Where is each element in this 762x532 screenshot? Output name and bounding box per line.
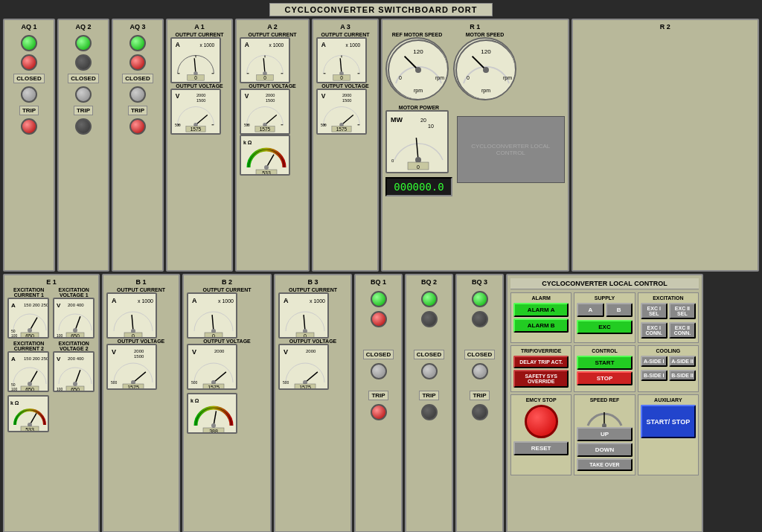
aq2-light-trip — [75, 118, 92, 135]
exc2-conn-button[interactable]: EXC II CONN. — [669, 322, 696, 339]
svg-text:2000: 2000 — [134, 349, 144, 353]
alarm-section: ALARM ALARM A ALARM B — [510, 292, 572, 343]
panel-aq2-label: AQ 2 — [75, 23, 91, 31]
panel-e1-label: E 1 — [7, 278, 95, 286]
alarm-b-button[interactable]: ALARM B — [513, 318, 569, 333]
down-button[interactable]: DOWN — [577, 443, 632, 457]
svg-text:x 1000: x 1000 — [218, 298, 234, 304]
supply-exc-button[interactable]: EXC — [577, 320, 632, 334]
svg-point-106 — [73, 328, 77, 333]
svg-text:k Ω: k Ω — [10, 400, 19, 406]
motor-power-label: MOTOR POWER — [385, 105, 452, 110]
aq3-light-red — [129, 54, 146, 71]
svg-text:1575: 1575 — [260, 126, 271, 132]
b1-ammeter: A x 1000 0 — [106, 292, 157, 339]
a3-voltmeter: V 2000 1500 500 1575 — [316, 89, 367, 135]
a2-current-label: OUTPUT CURRENT — [240, 32, 305, 37]
svg-point-123 — [73, 382, 77, 386]
panel-bq3-label: BQ 3 — [472, 278, 487, 286]
speed-ref-section: SPEED REF UP DOWN TAKE OVER — [574, 394, 635, 475]
cycloconverter-control-panel: CYCLOCONVERTER LOCAL CONTROL ALARM ALARM… — [506, 274, 703, 532]
svg-text:0: 0 — [263, 75, 266, 80]
b3-ammeter-svg: A x 1000 0 — [280, 294, 329, 339]
take-over-button[interactable]: TAKE OVER — [577, 458, 632, 471]
b-side-2-button[interactable]: B-SIDE II — [669, 370, 696, 381]
svg-text:1500: 1500 — [196, 98, 205, 103]
svg-text:150 200 250: 150 200 250 — [24, 356, 49, 361]
panel-b1-label: B 1 — [106, 278, 176, 286]
a1-ammeter: A x 1000 0 — [170, 37, 221, 83]
safety-override-button[interactable]: SAFETY SYS OVERRIDE — [513, 370, 569, 388]
a-side-2-button[interactable]: A-SIDE II — [669, 356, 696, 367]
start-button[interactable]: START — [577, 356, 632, 370]
b2-voltmeter-svg: V 2000 500 1575 — [188, 345, 237, 390]
svg-text:rpm: rpm — [503, 75, 512, 81]
b-side-1-button[interactable]: B-SIDE I — [641, 370, 667, 381]
svg-point-98 — [28, 328, 32, 333]
emcy-stop-section: EMCY STOP RESET — [510, 394, 572, 475]
supply-b-button[interactable]: B — [606, 303, 633, 317]
alarm-section-title: ALARM — [513, 295, 569, 301]
speed-ref-gauge — [584, 405, 625, 427]
cooling-section-title: COOLING — [641, 348, 696, 353]
page-title: CYCLOCONVERTER SWITCHBOARD PORT — [269, 3, 493, 16]
emcy-stop-button[interactable] — [525, 405, 558, 438]
ref-speed-svg: 120 0 rpm rpm — [387, 39, 449, 100]
a2-voltage-label: OUTPUT VOLTAGE — [240, 83, 305, 89]
svg-text:1500: 1500 — [342, 98, 351, 103]
reset-button[interactable]: RESET — [513, 441, 569, 455]
svg-text:k Ω: k Ω — [190, 398, 199, 403]
svg-text:100: 100 — [11, 333, 18, 338]
b1-current-label: OUTPUT CURRENT — [106, 287, 176, 292]
svg-text:0: 0 — [212, 333, 215, 339]
svg-text:x 1000: x 1000 — [269, 42, 284, 48]
panel-a2: A 2 OUTPUT CURRENT A x 1000 0 — [235, 19, 310, 272]
a3-ammeter-svg: A x 1000 0 — [318, 39, 365, 82]
panel-r2: R 2 — [572, 19, 760, 272]
exc2-sel-button[interactable]: EXC II SEL — [669, 303, 696, 319]
supply-section: SUPPLY A B EXC — [574, 292, 635, 343]
svg-text:1575: 1575 — [208, 385, 220, 390]
svg-text:A: A — [192, 297, 197, 304]
bq3-light-gray — [472, 363, 488, 379]
motor-speed-meter: 120 0 rpm rpm — [453, 37, 516, 100]
svg-text:0: 0 — [417, 164, 420, 170]
a-side-1-button[interactable]: A-SIDE I — [641, 356, 667, 367]
a1-voltage-label: OUTPUT VOLTAGE — [170, 83, 228, 89]
auxiliary-section-title: AUXILIARY — [641, 397, 696, 403]
svg-text:2000: 2000 — [266, 93, 275, 97]
svg-text:rpm: rpm — [481, 88, 490, 94]
aux-start-stop-button[interactable]: START/ STOP — [641, 405, 696, 438]
stop-button[interactable]: STOP — [577, 371, 632, 385]
svg-text:x 1000: x 1000 — [200, 42, 215, 48]
up-button[interactable]: UP — [577, 427, 632, 441]
svg-text:120: 120 — [413, 48, 423, 55]
svg-text:V: V — [245, 92, 249, 100]
bq3-light-dark — [472, 311, 488, 327]
delay-trip-button[interactable]: DELAY TRIP ACT. — [513, 356, 569, 368]
bq1-light-red — [371, 311, 387, 327]
e1-kohm-svg: k Ω 533 — [9, 397, 49, 432]
aq2-trip-label: TRIP — [74, 106, 93, 115]
exc1-conn-button[interactable]: EXC I CONN. — [641, 322, 667, 339]
exc-c1-svg: A 150 200 250 50 100 650 — [9, 299, 49, 339]
svg-text:1575: 1575 — [299, 385, 311, 390]
panel-aq3-label: AQ 3 — [129, 23, 145, 31]
alarm-a-button[interactable]: ALARM A — [513, 303, 569, 317]
excitation-section-title: EXCITATION — [641, 295, 696, 301]
aq2-light-top — [75, 35, 92, 51]
b3-voltage-label: OUTPUT VOLTAGE — [278, 339, 348, 344]
exc1-sel-button[interactable]: EXC I SEL — [641, 303, 667, 319]
svg-text:1575: 1575 — [127, 385, 139, 390]
b2-ammeter: A x 1000 0 — [187, 292, 237, 339]
b1-voltmeter-svg: V 2000 1500 500 1575 — [108, 345, 157, 390]
emcy-stop-title: EMCY STOP — [513, 397, 569, 403]
b1-voltage-label: OUTPUT VOLTAGE — [106, 339, 176, 344]
supply-a-button[interactable]: A — [577, 303, 603, 317]
svg-text:650: 650 — [71, 387, 80, 392]
exc-current2-meter: A 150 200 250 50 100 650 — [7, 351, 49, 392]
bq1-trip-label: TRIP — [368, 391, 388, 400]
svg-text:500: 500 — [321, 124, 327, 127]
svg-point-75 — [415, 67, 421, 73]
panel-aq1-label: AQ 1 — [21, 23, 36, 31]
